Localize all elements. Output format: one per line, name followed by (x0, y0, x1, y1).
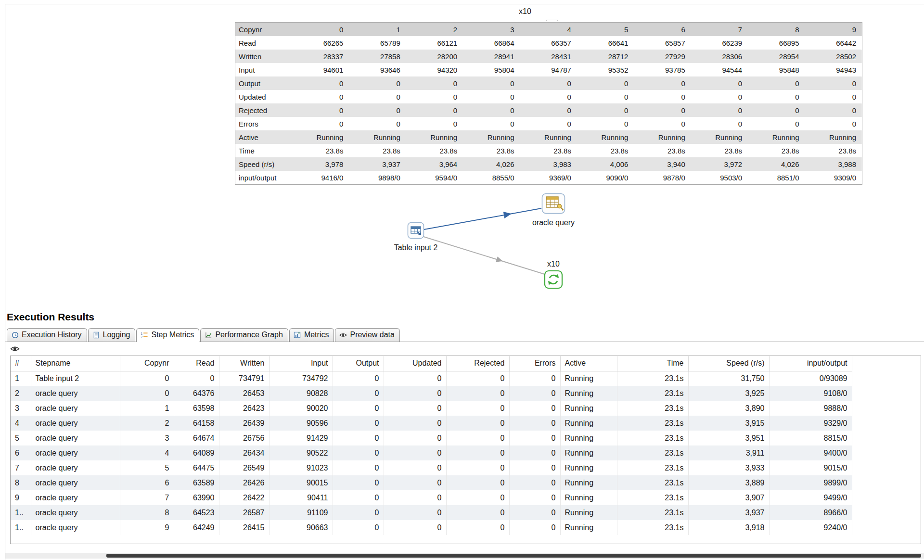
column-header-input-output[interactable]: input/output (769, 356, 852, 371)
cell: 23.1s (617, 490, 688, 505)
transformation-canvas[interactable]: x10 Copynr0123456789Read6626565789661216… (5, 4, 924, 295)
tooltip-row-label: Updated (235, 90, 292, 103)
cell: 23.1s (617, 416, 688, 431)
tab-logging[interactable]: Logging (88, 328, 136, 342)
cell: 23.1s (617, 401, 688, 416)
tooltip-cell: 0 (805, 90, 862, 103)
column-header-time[interactable]: Time (617, 356, 688, 371)
table-row[interactable]: 2oracle query06437626453908280000Running… (11, 386, 852, 401)
column-header-rejected[interactable]: Rejected (446, 356, 509, 371)
table-header-row: #StepnameCopynrReadWrittenInputOutputUpd… (11, 356, 852, 371)
cell: oracle query (31, 401, 120, 416)
cell: 0 (120, 371, 174, 386)
tooltip-row-label: Copynr (235, 23, 292, 36)
cell: oracle query (31, 475, 120, 490)
table-row[interactable]: 4oracle query26415826439905960000Running… (11, 416, 852, 431)
tab-execution-history[interactable]: Execution History (7, 328, 87, 342)
preview-eye-icon[interactable] (10, 345, 20, 353)
cell: 64475 (174, 460, 219, 475)
column-header-input[interactable]: Input (269, 356, 333, 371)
cell: 3,911 (688, 445, 769, 460)
step-copies-loop[interactable]: x10 (515, 260, 592, 291)
step-table-input-2[interactable]: Table input 2 (377, 222, 454, 252)
table-row[interactable]: 1Table input 2007347917347920000Running2… (11, 371, 852, 386)
cell: 734791 (219, 371, 269, 386)
table-row[interactable]: 5oracle query36467426756914290000Running… (11, 431, 852, 445)
cell: oracle query (31, 386, 120, 401)
tab-label: Logging (103, 331, 130, 339)
tooltip-cell: 0 (463, 76, 520, 90)
tab-label: Performance Graph (215, 331, 283, 339)
tab-step-metrics[interactable]: 12Step Metrics (136, 328, 199, 342)
table-row[interactable]: 6oracle query46408926434905220000Running… (11, 445, 852, 460)
cell: 26439 (219, 416, 269, 431)
tooltip-cell: 23.8s (634, 144, 691, 157)
cell: 0 (384, 490, 446, 505)
table-row[interactable]: 9oracle query76399026422904110000Running… (11, 490, 852, 505)
cell: 0 (384, 401, 446, 416)
table-input-icon (407, 222, 424, 241)
tooltip-row-label: Output (235, 76, 292, 90)
tooltip-cell: 28306 (691, 50, 748, 63)
tooltip-cell: 28431 (520, 50, 577, 63)
table-row[interactable]: 7oracle query56447526549910230000Running… (11, 460, 852, 475)
tooltip-cell: 0 (577, 76, 634, 90)
column-header-written[interactable]: Written (219, 356, 269, 371)
cell: 26422 (219, 490, 269, 505)
column-header-read[interactable]: Read (174, 356, 219, 371)
tab-performance-graph[interactable]: Performance Graph (200, 328, 288, 342)
tooltip-cell: 8 (748, 23, 805, 36)
table-row[interactable]: 1..oracle query96424926415906630000Runni… (11, 520, 852, 535)
tooltip-cell: 95848 (748, 63, 805, 76)
table-row[interactable]: 1..oracle query86452326587911090000Runni… (11, 505, 852, 520)
cell: 7 (120, 490, 174, 505)
column-header-active[interactable]: Active (560, 356, 617, 371)
cell: 0 (446, 445, 509, 460)
column-header-output[interactable]: Output (333, 356, 384, 371)
tooltip-cell: 0 (292, 76, 349, 90)
tooltip-row: Output0000000000 (235, 76, 862, 90)
cell: 3,890 (688, 401, 769, 416)
tab-preview-data[interactable]: Preview data (335, 328, 400, 342)
cell: 0 (509, 431, 560, 445)
tooltip-cell: 3,983 (520, 157, 577, 171)
cell: 0 (446, 371, 509, 386)
cell: 0 (333, 505, 384, 520)
cell: 4 (11, 416, 31, 431)
column-header-copynr[interactable]: Copynr (120, 356, 174, 371)
column-header--[interactable]: # (11, 356, 31, 371)
tooltip-cell: 23.8s (691, 144, 748, 157)
column-header-speed-r-s-[interactable]: Speed (r/s) (688, 356, 769, 371)
cell: oracle query (31, 520, 120, 535)
tooltip-cell: 0 (292, 90, 349, 103)
cell: oracle query (31, 445, 120, 460)
tooltip-cell: 4,026 (748, 157, 805, 171)
hop-arrow-icon (503, 210, 512, 218)
scrollbar-thumb[interactable] (106, 554, 921, 558)
cell: 734792 (269, 371, 333, 386)
table-row[interactable]: 3oracle query16359826423900200000Running… (11, 401, 852, 416)
step-oracle-query[interactable]: oracle query (515, 193, 592, 227)
cell: 0/93089 (769, 371, 852, 386)
column-header-updated[interactable]: Updated (384, 356, 446, 371)
step-metrics-table-container[interactable]: #StepnameCopynrReadWrittenInputOutputUpd… (10, 356, 921, 544)
tooltip-cell: 27929 (634, 50, 691, 63)
tooltip-row: Updated0000000000 (235, 90, 862, 103)
tooltip-cell: 5 (577, 23, 634, 36)
cell: 90663 (269, 520, 333, 535)
cell: oracle query (31, 490, 120, 505)
cell: 0 (384, 431, 446, 445)
column-header-stepname[interactable]: Stepname (31, 356, 120, 371)
cell: 3,889 (688, 475, 769, 490)
tooltip-cell: 8851/0 (748, 171, 805, 184)
cell: 1 (120, 401, 174, 416)
tooltip-cell: 0 (748, 90, 805, 103)
tab-metrics[interactable]: Metrics (289, 328, 334, 342)
cell: 3,907 (688, 490, 769, 505)
tooltip-cell: 0 (520, 90, 577, 103)
table-row[interactable]: 8oracle query66358926426900150000Running… (11, 475, 852, 490)
tooltip-cell: 0 (292, 23, 349, 36)
results-horizontal-scrollbar[interactable] (5, 553, 924, 559)
column-header-errors[interactable]: Errors (509, 356, 560, 371)
tooltip-cell: 0 (805, 76, 862, 90)
